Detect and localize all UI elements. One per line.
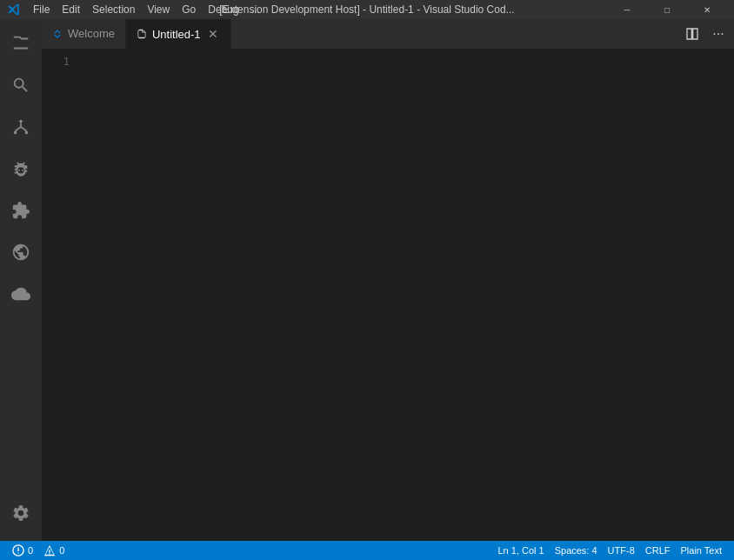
activity-bar-remote[interactable] <box>0 231 42 273</box>
close-button[interactable]: ✕ <box>687 0 727 19</box>
svg-point-6 <box>18 170 20 171</box>
activity-bar-search[interactable] <box>0 64 42 106</box>
error-count: 0 <box>28 545 33 556</box>
language-text: Plain Text <box>681 545 723 556</box>
status-right: Ln 1, Col 1 Spaces: 4 UTF-8 CRLF Plain T… <box>492 545 727 556</box>
line-numbers: 1 <box>42 50 77 541</box>
activity-bar-bottom <box>0 492 42 541</box>
tab-welcome-label: Welcome <box>68 27 115 40</box>
status-encoding[interactable]: UTF-8 <box>603 545 640 556</box>
tab-untitled-1-close[interactable]: ✕ <box>206 27 220 41</box>
eol-text: CRLF <box>645 545 671 556</box>
cursor-position-text: Ln 1, Col 1 <box>497 545 544 556</box>
vscode-logo-icon <box>7 3 21 17</box>
error-icon <box>12 544 24 557</box>
svg-point-11 <box>17 552 18 553</box>
svg-point-1 <box>14 131 17 135</box>
line-number-1: 1 <box>42 53 70 70</box>
more-actions-button[interactable]: ··· <box>706 22 731 46</box>
menu-edit[interactable]: Edit <box>57 2 85 17</box>
editor-area: Welcome Untitled-1 ✕ ··· <box>42 19 734 541</box>
status-cursor-position[interactable]: Ln 1, Col 1 <box>492 545 549 556</box>
encoding-text: UTF-8 <box>608 545 635 556</box>
tab-untitled-1[interactable]: Untitled-1 ✕ <box>126 19 231 49</box>
window-title: [Extension Development Host] - Untitled-… <box>219 3 514 16</box>
menu-view[interactable]: View <box>142 2 175 17</box>
maximize-button[interactable]: □ <box>647 0 687 19</box>
minimize-button[interactable]: ─ <box>607 0 647 19</box>
warning-count: 0 <box>59 545 64 556</box>
status-bar: 0 0 Ln 1, Col 1 Spaces: 4 UTF-8 CRLF Pla… <box>0 541 734 560</box>
vscode-tab-icon <box>52 29 63 39</box>
status-language[interactable]: Plain Text <box>676 545 728 556</box>
editor-content: 1 <box>42 50 734 541</box>
tab-untitled-1-label: Untitled-1 <box>152 28 201 41</box>
tab-bar: Welcome Untitled-1 ✕ ··· <box>42 19 734 50</box>
activity-bar-debug[interactable] <box>0 148 42 190</box>
svg-point-13 <box>49 553 50 554</box>
main-container: Welcome Untitled-1 ✕ ··· <box>0 19 734 541</box>
svg-point-2 <box>25 131 29 135</box>
menu-go[interactable]: Go <box>177 2 201 17</box>
warning-icon <box>43 544 56 557</box>
activity-bar-cloud[interactable] <box>0 273 42 315</box>
tab-welcome[interactable]: Welcome <box>42 19 126 49</box>
activity-bar-extensions[interactable] <box>0 190 42 231</box>
file-tab-icon <box>137 29 147 39</box>
editor-text-input[interactable] <box>77 50 734 541</box>
activity-bar-explorer[interactable] <box>0 23 42 64</box>
svg-line-5 <box>21 127 26 131</box>
status-spaces[interactable]: Spaces: 4 <box>550 545 603 556</box>
split-editor-button[interactable] <box>680 22 704 46</box>
activity-bar-source-control[interactable] <box>0 106 42 148</box>
activity-bar <box>0 19 42 541</box>
svg-point-7 <box>22 170 23 171</box>
window-controls: ─ □ ✕ <box>607 0 727 19</box>
activity-bar-settings[interactable] <box>0 492 42 534</box>
menu-file[interactable]: File <box>28 2 55 17</box>
menu-selection[interactable]: Selection <box>87 2 140 17</box>
status-errors[interactable]: 0 <box>7 541 38 560</box>
svg-line-4 <box>16 127 21 131</box>
svg-point-0 <box>19 120 23 123</box>
split-editor-icon <box>685 27 699 41</box>
status-warnings[interactable]: 0 <box>38 541 70 560</box>
title-bar: File Edit Selection View Go Debug ... [E… <box>0 0 734 19</box>
status-eol[interactable]: CRLF <box>640 545 676 556</box>
tab-bar-actions: ··· <box>680 19 734 49</box>
spaces-text: Spaces: 4 <box>555 545 597 556</box>
